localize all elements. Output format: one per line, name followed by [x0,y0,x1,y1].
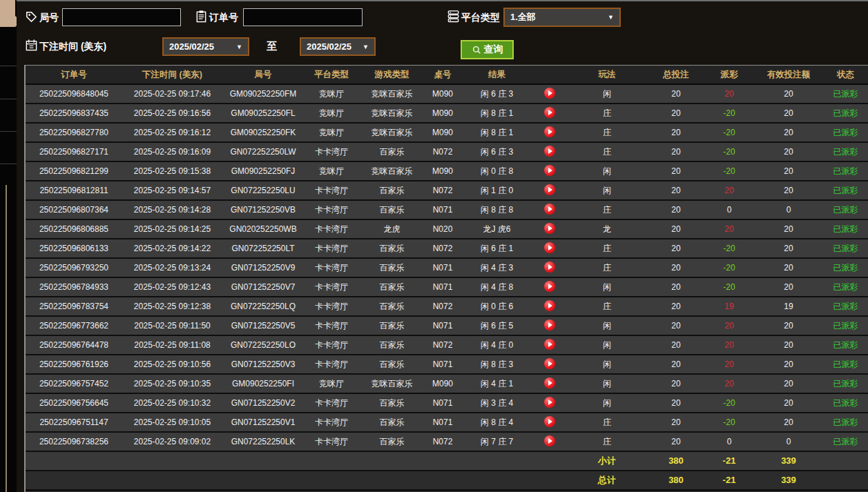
cell-platform: 竞咪厅 [304,162,359,180]
cell-result: 闲 4 庄 1 [461,375,533,393]
cell-playtype: 庄 [566,104,648,122]
cell-total-bet: 20 [648,259,704,277]
play-video-icon[interactable] [544,358,555,369]
cell-game: 百家乐 [359,297,425,315]
strip-vertical-divider [6,185,7,492]
cell-payout: 20 [704,355,754,373]
cell-time: 2025-02-25 09:11:50 [122,317,222,335]
play-cell [533,355,566,373]
play-cell [533,181,566,199]
cell-table-no: M090 [425,104,461,122]
play-video-icon[interactable] [544,281,555,292]
play-video-icon[interactable] [544,435,555,446]
subtotal-label: 小计 [566,452,648,470]
cell-round: GN071252250V9 [222,259,304,277]
date-to-select[interactable]: 2025/02/25 ▼ [300,37,376,56]
play-video-icon[interactable] [544,377,555,388]
cell-game: 龙虎 [359,220,425,238]
cell-valid-bet: 20 [754,336,823,354]
play-video-icon[interactable] [544,126,555,137]
cell-order: 250225096783754 [26,297,122,315]
cell-game: 百家乐 [359,201,425,219]
cell-table-no: N071 [425,317,461,335]
header-col-3: 平台类型 [304,66,359,83]
cell-status: 已派彩 [823,317,868,335]
cell-result: 闲 6 庄 1 [461,239,533,257]
chevron-down-icon: ▼ [363,43,369,50]
cell-table-no: N072 [425,239,461,257]
play-video-icon[interactable] [544,262,555,273]
round-input[interactable] [62,8,181,26]
play-video-icon[interactable] [544,204,555,215]
cell-result: 闲 4 庄 0 [461,336,533,354]
table-row: 2502250967849332025-02-25 09:12:43GN0712… [26,278,868,297]
cell-total-bet: 20 [648,355,704,373]
tag-icon [25,10,38,23]
date-from-value: 2025/02/25 [169,41,214,52]
cell-time: 2025-02-25 09:09:02 [122,433,222,451]
cell-result: 闲 1 庄 0 [461,181,533,199]
cell-round: GN072252250LT [222,239,304,257]
play-cell [533,259,566,277]
cell-platform: 卡卡湾厅 [304,220,359,238]
cell-total-bet: 20 [648,104,704,122]
cell-game: 百家乐 [359,181,425,199]
table-row: 2502250968061332025-02-25 09:14:22GN0722… [26,239,868,259]
cell-result: 闲 8 庄 4 [461,413,533,431]
cell-playtype: 庄 [566,259,648,277]
play-video-icon[interactable] [544,416,555,427]
play-video-icon[interactable] [544,107,555,118]
cell-game: 百家乐 [359,143,425,161]
cell-result: 闲 6 庄 5 [461,317,533,335]
play-video-icon[interactable] [544,223,555,234]
date-from-select[interactable]: 2025/02/25 ▼ [162,37,249,56]
play-cell [533,162,566,180]
cell-table-no: N071 [425,413,461,431]
cell-platform: 竞咪厅 [304,85,359,103]
chevron-down-icon: ▼ [608,14,614,21]
cell-total-bet: 20 [648,413,704,431]
play-cell [533,143,566,161]
cell-platform: 卡卡湾厅 [304,317,359,335]
cell-result: 龙J 虎6 [461,220,533,238]
cell-valid-bet: 20 [754,143,823,161]
cell-platform: 竞咪厅 [304,104,359,122]
header-col-0: 订单号 [26,66,122,83]
cell-order: 250225096812811 [26,181,122,199]
play-video-icon[interactable] [544,165,555,176]
header-col-4: 游戏类型 [359,66,425,83]
search-icon [472,45,482,55]
cell-playtype: 闲 [566,317,648,335]
cell-payout: 20 [704,85,754,103]
cell-status: 已派彩 [823,124,868,141]
date-to-value: 2025/02/25 [307,41,351,52]
cell-order: 250225096757452 [26,375,122,393]
cell-platform: 卡卡湾厅 [304,181,359,199]
cell-platform: 卡卡湾厅 [304,355,359,373]
query-button-label: 查询 [484,43,503,56]
header-col-7 [533,66,566,83]
order-input[interactable] [243,8,363,26]
cell-round: GN071252250V3 [222,355,304,373]
play-video-icon[interactable] [544,146,555,157]
play-video-icon[interactable] [544,242,555,253]
play-video-icon[interactable] [544,88,555,99]
strip-divider [0,131,17,132]
cell-result: 闲 8 庄 1 [461,104,533,122]
platform-select[interactable]: 1.全部 ▼ [503,8,621,27]
play-video-icon[interactable] [544,339,555,350]
play-video-icon[interactable] [544,319,555,331]
play-video-icon[interactable] [544,184,555,195]
cell-order: 250225096793250 [26,259,122,277]
cell-game: 百家乐 [359,413,425,431]
query-button[interactable]: 查询 [461,40,514,59]
play-video-icon[interactable] [544,300,555,311]
cell-table-no: N071 [425,278,461,296]
cell-table-no: N020 [425,220,461,238]
cell-platform: 卡卡湾厅 [304,394,359,412]
active-tab-marker[interactable] [0,0,15,27]
cell-platform: 卡卡湾厅 [304,336,359,354]
table-row: 2502250967382562025-02-25 09:09:02GN0722… [26,433,868,452]
table-row: 2502250967736622025-02-25 09:11:50GN0712… [26,317,868,336]
play-video-icon[interactable] [544,397,555,408]
